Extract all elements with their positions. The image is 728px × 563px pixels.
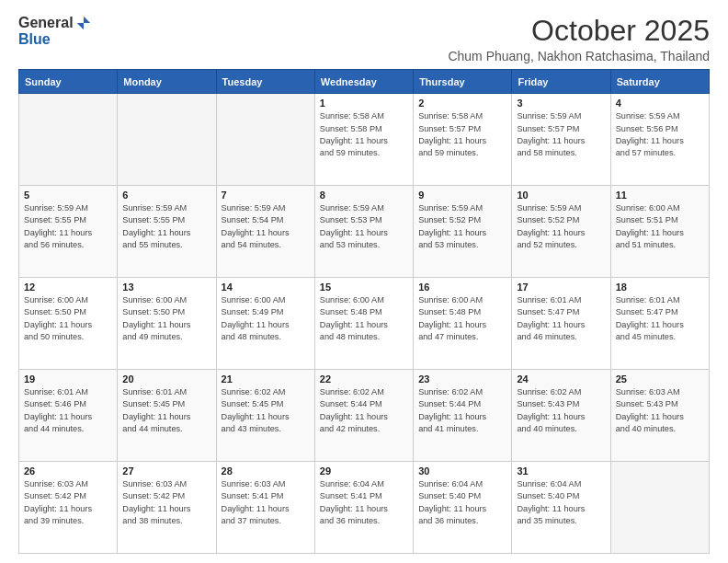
day-info-line: Sunset: 5:57 PM: [517, 124, 579, 133]
logo-general-text: General: [18, 15, 74, 31]
day-info-line: Sunrise: 6:00 AM: [320, 295, 384, 304]
day-info-line: Daylight: 11 hours: [122, 228, 190, 237]
day-info-line: Sunset: 5:50 PM: [122, 307, 185, 316]
day-info-line: and 38 minutes.: [122, 516, 182, 525]
day-info: Sunrise: 5:59 AMSunset: 5:57 PMDaylight:…: [517, 110, 605, 159]
day-info-line: Daylight: 11 hours: [418, 228, 486, 237]
day-number: 22: [320, 373, 408, 385]
day-info-line: and 37 minutes.: [222, 516, 281, 525]
day-number: 18: [616, 282, 704, 293]
day-info-line: Daylight: 11 hours: [418, 412, 486, 421]
day-info-line: and 53 minutes.: [320, 240, 380, 249]
table-row: [216, 94, 314, 186]
day-number: 11: [616, 190, 704, 201]
day-info-line: and 35 minutes.: [517, 516, 576, 525]
day-info-line: Daylight: 11 hours: [616, 136, 684, 145]
header: General Blue October 2025 Chum Phuang, N…: [18, 15, 710, 63]
day-info-line: Sunset: 5:44 PM: [418, 399, 481, 408]
table-row: 28Sunrise: 6:03 AMSunset: 5:41 PMDayligh…: [216, 462, 314, 554]
day-number: 28: [222, 465, 310, 477]
day-info-line: and 45 minutes.: [616, 332, 676, 341]
day-info-line: and 57 minutes.: [616, 148, 676, 157]
table-row: 24Sunrise: 6:02 AMSunset: 5:43 PMDayligh…: [512, 370, 610, 462]
day-number: 31: [517, 465, 605, 477]
table-row: 11Sunrise: 6:00 AMSunset: 5:51 PMDayligh…: [610, 186, 709, 278]
day-number: 25: [616, 373, 704, 385]
logo: General Blue: [18, 15, 92, 48]
day-info-line: Daylight: 11 hours: [122, 412, 190, 421]
day-info: Sunrise: 6:01 AMSunset: 5:47 PMDaylight:…: [517, 294, 605, 343]
day-info-line: Sunset: 5:53 PM: [320, 215, 382, 224]
table-row: 4Sunrise: 5:59 AMSunset: 5:56 PMDaylight…: [610, 94, 709, 186]
day-number: 20: [122, 373, 210, 385]
table-row: 7Sunrise: 5:59 AMSunset: 5:54 PMDaylight…: [216, 186, 314, 278]
day-info-line: Sunset: 5:40 PM: [418, 491, 481, 500]
day-info: Sunrise: 6:00 AMSunset: 5:50 PMDaylight:…: [122, 294, 210, 343]
day-info-line: Sunrise: 6:01 AM: [616, 295, 680, 304]
day-info-line: Daylight: 11 hours: [24, 228, 92, 237]
day-info-line: Sunset: 5:51 PM: [616, 215, 678, 224]
day-info-line: Sunrise: 6:03 AM: [24, 479, 88, 488]
day-info-line: Daylight: 11 hours: [616, 412, 684, 421]
day-info-line: and 49 minutes.: [122, 332, 182, 341]
day-info-line: Sunset: 5:49 PM: [222, 307, 284, 316]
day-number: 5: [24, 190, 112, 201]
day-info-line: Sunrise: 6:00 AM: [222, 295, 286, 304]
calendar-week-row: 26Sunrise: 6:03 AMSunset: 5:42 PMDayligh…: [19, 462, 710, 554]
day-info-line: Sunset: 5:45 PM: [122, 399, 185, 408]
day-info-line: Sunrise: 6:02 AM: [222, 387, 286, 396]
day-info-line: Sunrise: 6:04 AM: [418, 479, 483, 488]
day-info-line: Sunrise: 6:03 AM: [616, 387, 680, 396]
day-info-line: Sunset: 5:40 PM: [517, 491, 579, 500]
day-info-line: and 48 minutes.: [320, 332, 380, 341]
day-info-line: and 58 minutes.: [517, 148, 576, 157]
day-info-line: Sunrise: 6:02 AM: [517, 387, 581, 396]
day-number: 16: [418, 282, 506, 293]
calendar-week-row: 12Sunrise: 6:00 AMSunset: 5:50 PMDayligh…: [19, 278, 710, 370]
day-info: Sunrise: 5:59 AMSunset: 5:55 PMDaylight:…: [122, 202, 210, 251]
table-row: 3Sunrise: 5:59 AMSunset: 5:57 PMDaylight…: [512, 94, 610, 186]
day-info-line: Sunset: 5:46 PM: [24, 399, 86, 408]
day-info: Sunrise: 6:01 AMSunset: 5:47 PMDaylight:…: [616, 294, 704, 343]
day-info-line: Sunset: 5:58 PM: [320, 124, 382, 133]
day-info: Sunrise: 6:03 AMSunset: 5:42 PMDaylight:…: [24, 478, 112, 527]
day-info-line: and 59 minutes.: [418, 148, 478, 157]
day-number: 7: [222, 190, 310, 201]
day-info-line: Sunrise: 6:01 AM: [122, 387, 187, 396]
day-info-line: and 46 minutes.: [517, 332, 576, 341]
day-number: 24: [517, 373, 605, 385]
day-info-line: Sunrise: 6:00 AM: [24, 295, 88, 304]
day-info-line: and 53 minutes.: [418, 240, 478, 249]
day-info-line: Sunset: 5:56 PM: [616, 124, 678, 133]
table-row: 23Sunrise: 6:02 AMSunset: 5:44 PMDayligh…: [414, 370, 512, 462]
calendar-table: Sunday Monday Tuesday Wednesday Thursday…: [18, 69, 710, 554]
table-row: 31Sunrise: 6:04 AMSunset: 5:40 PMDayligh…: [512, 462, 610, 554]
month-year: October 2025: [448, 15, 710, 47]
day-info-line: Sunrise: 5:59 AM: [418, 203, 483, 213]
day-info-line: Sunset: 5:44 PM: [320, 399, 382, 408]
day-info-line: and 52 minutes.: [517, 240, 576, 249]
day-number: 4: [616, 98, 704, 109]
day-info: Sunrise: 6:00 AMSunset: 5:49 PMDaylight:…: [222, 294, 310, 343]
day-number: 2: [418, 98, 506, 109]
day-info-line: Sunset: 5:48 PM: [418, 307, 481, 316]
day-info-line: Daylight: 11 hours: [320, 228, 388, 237]
day-info-line: Daylight: 11 hours: [24, 320, 92, 329]
day-info-line: and 51 minutes.: [616, 240, 676, 249]
day-info-line: Daylight: 11 hours: [122, 320, 190, 329]
day-info-line: Daylight: 11 hours: [320, 136, 388, 145]
day-info-line: Daylight: 11 hours: [320, 320, 388, 329]
day-info-line: Sunset: 5:42 PM: [122, 491, 185, 500]
day-number: 3: [517, 98, 605, 109]
day-info-line: Sunrise: 6:02 AM: [418, 387, 483, 396]
day-info: Sunrise: 6:03 AMSunset: 5:42 PMDaylight:…: [122, 478, 210, 527]
day-info-line: and 56 minutes.: [24, 240, 84, 249]
day-info: Sunrise: 5:58 AMSunset: 5:57 PMDaylight:…: [418, 110, 506, 159]
day-info-line: Daylight: 11 hours: [222, 504, 290, 513]
day-info-line: and 48 minutes.: [222, 332, 281, 341]
day-info: Sunrise: 6:00 AMSunset: 5:51 PMDaylight:…: [616, 202, 704, 251]
day-info: Sunrise: 6:01 AMSunset: 5:45 PMDaylight:…: [122, 386, 210, 435]
table-row: 26Sunrise: 6:03 AMSunset: 5:42 PMDayligh…: [19, 462, 118, 554]
day-info-line: Sunset: 5:47 PM: [517, 307, 579, 316]
day-info: Sunrise: 5:59 AMSunset: 5:55 PMDaylight:…: [24, 202, 112, 251]
